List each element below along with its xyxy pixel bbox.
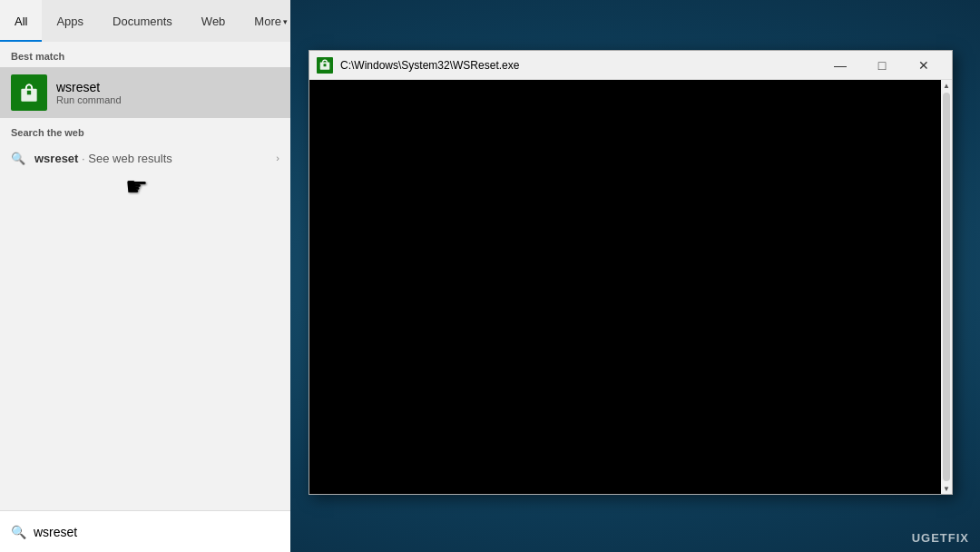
- maximize-button[interactable]: □: [861, 51, 903, 80]
- chevron-right-icon: ›: [276, 153, 279, 163]
- app-icon: [11, 74, 47, 111]
- svg-rect-0: [21, 89, 36, 102]
- search-bar: 🔍: [0, 510, 290, 552]
- tab-more[interactable]: More ▾: [240, 0, 302, 42]
- cmd-controls: — □ ✕: [819, 51, 945, 80]
- search-bar-icon: 🔍: [11, 525, 26, 539]
- app-subtitle: Run command: [56, 94, 122, 105]
- cmd-titlebar: C:\Windows\System32\WSReset.exe — □ ✕: [309, 51, 952, 80]
- cmd-window: C:\Windows\System32\WSReset.exe — □ ✕ ▲ …: [309, 50, 953, 495]
- best-match-item[interactable]: wsreset Run command ☛: [0, 67, 290, 118]
- search-icon: 🔍: [11, 151, 25, 165]
- tab-web[interactable]: Web: [187, 0, 240, 42]
- close-button[interactable]: ✕: [903, 51, 945, 80]
- empty-area: [0, 176, 290, 510]
- web-result-text: wsreset · See web results: [34, 152, 276, 165]
- chevron-down-icon: ▾: [283, 17, 288, 26]
- search-web-section: Search the web 🔍 wsreset · See web resul…: [0, 118, 290, 176]
- best-match-label: Best match: [0, 42, 290, 67]
- cmd-content: ▲ ▼: [309, 80, 952, 494]
- cmd-scrollbar: ▲ ▼: [941, 80, 952, 494]
- minimize-button[interactable]: —: [819, 51, 861, 80]
- tab-apps[interactable]: Apps: [42, 0, 98, 42]
- start-menu: All Apps Documents Web More ▾ Best match: [0, 0, 290, 552]
- svg-rect-1: [27, 91, 31, 94]
- search-web-label: Search the web: [0, 127, 290, 143]
- scrollbar-up-button[interactable]: ▲: [941, 80, 952, 91]
- scrollbar-down-button[interactable]: ▼: [941, 483, 952, 494]
- cmd-title-text: C:\Windows\System32\WSReset.exe: [340, 59, 819, 72]
- tab-documents[interactable]: Documents: [98, 0, 187, 42]
- watermark: UGETFIX: [912, 531, 969, 545]
- web-result-item[interactable]: 🔍 wsreset · See web results ›: [0, 143, 290, 172]
- tab-bar: All Apps Documents Web More ▾: [0, 0, 290, 42]
- scrollbar-track[interactable]: [943, 93, 950, 481]
- app-name: wsreset: [56, 80, 122, 94]
- tab-all[interactable]: All: [0, 0, 42, 42]
- search-input[interactable]: [34, 525, 279, 539]
- svg-rect-3: [324, 64, 327, 66]
- cmd-titlebar-icon: [317, 57, 333, 74]
